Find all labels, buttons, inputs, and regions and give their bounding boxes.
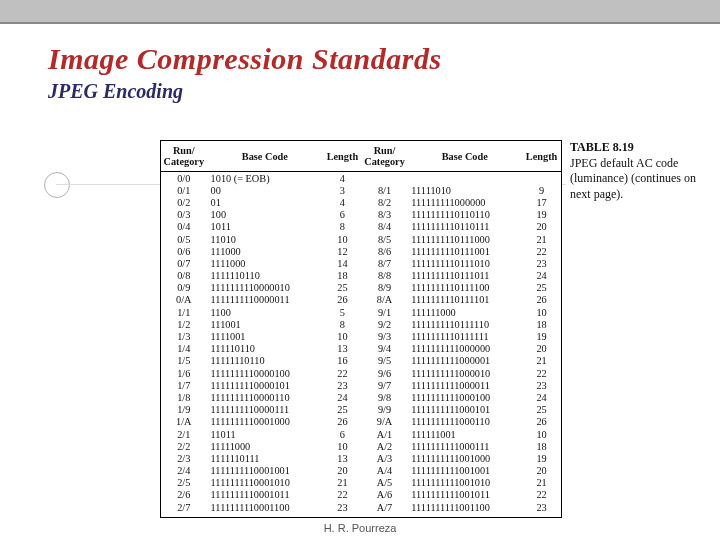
table-row: 0/91111111110000010258/91111111110111100… — [161, 282, 561, 294]
table-cell: 1111111110001010 — [207, 477, 323, 489]
ac-code-table: Run/ Category Base Code Length Run/ Cate… — [160, 140, 562, 518]
table-row: 1/A1111111110001000269/A1111111111000110… — [161, 416, 561, 428]
table-cell: 1/7 — [161, 379, 207, 391]
table-cell: 1111111111001001 — [407, 465, 522, 477]
table-cell: 1/2 — [161, 318, 207, 330]
table-cell: 0/2 — [161, 196, 207, 208]
table-cell: 22 — [522, 489, 561, 501]
table-cell: 0/5 — [161, 233, 207, 245]
slide-topbar — [0, 0, 720, 24]
table-cell: 1111000 — [207, 257, 323, 269]
table-cell: 100 — [207, 209, 323, 221]
table-cell: 25 — [323, 404, 362, 416]
table-cell: 1111111110111001 — [407, 245, 522, 257]
table-cell: 1111111111000100 — [407, 391, 522, 403]
table-cell: 8/1 — [362, 184, 408, 196]
col-run-category-right: Run/ Category — [362, 141, 408, 172]
table-cell: 20 — [522, 221, 561, 233]
table-caption: TABLE 8.19 JPEG default AC code (luminan… — [570, 140, 700, 202]
table-row: 2/3111111011113A/3111111111100100019 — [161, 452, 561, 464]
table-cell: 10 — [522, 428, 561, 440]
table-cell: 1111111110111100 — [407, 282, 522, 294]
table-row: 2/7111111111000110023A/71111111111001100… — [161, 501, 561, 513]
table-row: 1/1110059/111111100010 — [161, 306, 561, 318]
table-cell — [362, 172, 408, 185]
slide-title: Image Compression Standards — [48, 42, 442, 76]
table-cell — [407, 172, 522, 185]
table-cell: 3 — [323, 184, 362, 196]
table-row: 0/A1111111110000011268/A1111111110111101… — [161, 294, 561, 306]
table-row: 1/511111110110169/5111111111100000121 — [161, 355, 561, 367]
table-cell: 1111111110000111 — [207, 404, 323, 416]
table-cell: 11011 — [207, 428, 323, 440]
table-cell: 23 — [522, 379, 561, 391]
table-cell: 26 — [522, 294, 561, 306]
col-length-left: Length — [323, 141, 362, 172]
table-cell: 111110110 — [207, 343, 323, 355]
table-cell: 22 — [323, 489, 362, 501]
table-row: 1/61111111110000100229/61111111111000010… — [161, 367, 561, 379]
table-cell: 1111111110001011 — [207, 489, 323, 501]
table-cell: 21 — [522, 355, 561, 367]
table-cell: 4 — [323, 196, 362, 208]
table-cell: 2/6 — [161, 489, 207, 501]
table-cell: 1/1 — [161, 306, 207, 318]
table-row: 0/81111110110188/8111111111011101124 — [161, 270, 561, 282]
table-cell: 9/1 — [362, 306, 408, 318]
slide-subtitle: JPEG Encoding — [48, 80, 183, 103]
table-cell: 17 — [522, 196, 561, 208]
table-cell: 11111010 — [407, 184, 522, 196]
table-cell: 9/4 — [362, 343, 408, 355]
table-cell: 24 — [323, 391, 362, 403]
table-cell: 1111111110000010 — [207, 282, 323, 294]
table-cell: 1010 (= EOB) — [207, 172, 323, 185]
table-row: 1/81111111110000110249/81111111111000100… — [161, 391, 561, 403]
table-cell: 2/4 — [161, 465, 207, 477]
table-cell: 10 — [323, 330, 362, 342]
table-cell: 8/7 — [362, 257, 408, 269]
col-run-category-left: Run/ Category — [161, 141, 207, 172]
table-cell: 0/9 — [161, 282, 207, 294]
table-cell: 111111111000000 — [407, 196, 522, 208]
table-cell: 1111111110111101 — [407, 294, 522, 306]
table-cell: 19 — [522, 452, 561, 464]
table-cell: 1111111111001011 — [407, 489, 522, 501]
table-cell: 1100 — [207, 306, 323, 318]
table-cell: 14 — [323, 257, 362, 269]
table-cell: 19 — [522, 330, 561, 342]
table-cell: 8/6 — [362, 245, 408, 257]
table-cell: 10 — [522, 306, 561, 318]
table-row: 0/01010 (= EOB)4 — [161, 172, 561, 185]
table-cell: 11111110110 — [207, 355, 323, 367]
table-cell: 9/A — [362, 416, 408, 428]
table-cell: 1011 — [207, 221, 323, 233]
table-cell: 5 — [323, 306, 362, 318]
table-cell: 22 — [522, 367, 561, 379]
table-cell: 26 — [323, 294, 362, 306]
table-cell: 1111111111001000 — [407, 452, 522, 464]
table-row: 0/10038/1111110109 — [161, 184, 561, 196]
table-cell: 8 — [323, 221, 362, 233]
table-cell: 23 — [323, 379, 362, 391]
table-row: 1/4111110110139/4111111111100000020 — [161, 343, 561, 355]
col-base-code-left: Base Code — [207, 141, 323, 172]
table-cell: 12 — [323, 245, 362, 257]
table-cell: 6 — [323, 428, 362, 440]
table-cell: 13 — [323, 452, 362, 464]
table-cell: 8/5 — [362, 233, 408, 245]
table-cell: 1111111110111011 — [407, 270, 522, 282]
slide-footer: H. R. Pourreza — [0, 522, 720, 534]
table-cell: 1111110111 — [207, 452, 323, 464]
table-cell: 26 — [323, 416, 362, 428]
table-cell: 1111111110000101 — [207, 379, 323, 391]
table-cell: 13 — [323, 343, 362, 355]
table-cell: 1/9 — [161, 404, 207, 416]
table-cell: 8/8 — [362, 270, 408, 282]
table-cell: 23 — [522, 501, 561, 513]
table-cell: 1111111111000001 — [407, 355, 522, 367]
table-cell: 23 — [522, 257, 561, 269]
table-cell: 19 — [522, 209, 561, 221]
table-row: 0/310068/3111111111011011019 — [161, 209, 561, 221]
table-cell: A/5 — [362, 477, 408, 489]
table-cell: 23 — [323, 501, 362, 513]
